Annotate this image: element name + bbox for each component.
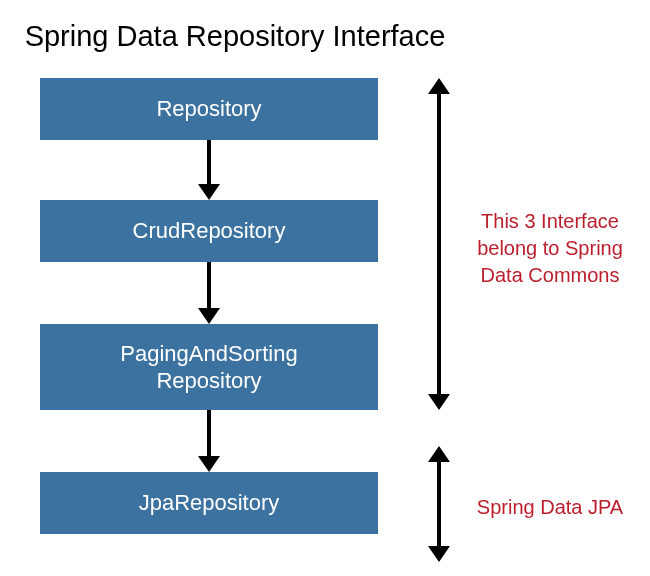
annotation-commons-line2: belong to Spring (477, 237, 623, 259)
arrow-paging-to-jpa (205, 410, 213, 472)
box-repository: Repository (40, 78, 378, 140)
annotation-jpa: Spring Data JPA (466, 494, 634, 521)
box-jpa-repository-label: JpaRepository (139, 489, 280, 517)
arrow-repo-to-crud (205, 140, 213, 200)
annotation-commons-line3: Data Commons (481, 264, 620, 286)
annotation-commons-line1: This 3 Interface (481, 210, 619, 232)
box-paging-sorting-repository: PagingAndSorting Repository (40, 324, 378, 410)
box-jpa-repository: JpaRepository (40, 472, 378, 534)
box-paging-sorting-label-2: Repository (156, 367, 261, 395)
diagram-title: Spring Data Repository Interface (0, 20, 470, 53)
box-repository-label: Repository (156, 95, 261, 123)
annotation-jpa-text: Spring Data JPA (477, 496, 623, 518)
box-crud-repository-label: CrudRepository (133, 217, 286, 245)
box-paging-sorting-label-1: PagingAndSorting (120, 340, 297, 368)
annotation-commons: This 3 Interface belong to Spring Data C… (466, 208, 634, 289)
box-crud-repository: CrudRepository (40, 200, 378, 262)
arrow-crud-to-paging (205, 262, 213, 324)
